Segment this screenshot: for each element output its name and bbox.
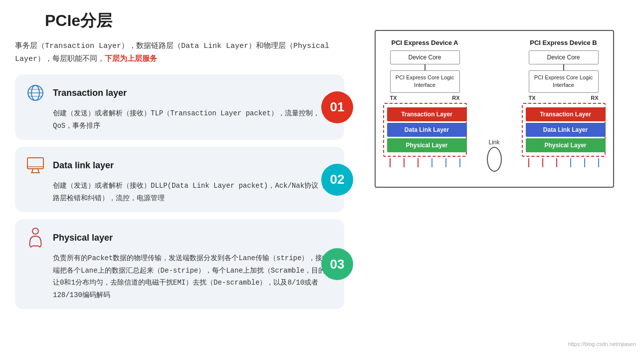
data-link-layer-card: Data link layer 创建（发送）或者解析（接收）DLLP(Data …: [15, 147, 344, 212]
physical-layer-title: Physical layer: [53, 233, 113, 243]
link-oval: [487, 147, 502, 172]
device-a-core: Device Core: [390, 50, 460, 64]
card-number-03: 03: [321, 248, 353, 280]
card-number-02: 02: [321, 164, 353, 196]
globe-icon: [25, 82, 46, 103]
device-b-logic-interface: PCI Express Core Logic Interface: [529, 70, 599, 93]
device-a-title: PCI Express Device A: [392, 39, 458, 46]
device-b-transaction-layer: Transaction Layer: [526, 107, 606, 121]
device-b-title: PCI Express Device B: [530, 39, 597, 46]
intro-text: 事务层（Transaction Layer），数据链路层（Data Link L…: [15, 40, 344, 65]
svg-point-10: [32, 228, 38, 234]
device-a-tx-label: TX: [390, 95, 397, 101]
footer-url: https://blog.csdn.net/njiasen: [568, 341, 636, 347]
data-link-layer-title: Data link layer: [53, 160, 114, 171]
device-a-rx-label: RX: [452, 95, 459, 101]
transaction-layer-body: 创建（发送）或者解析（接收）TLP（Transaction Layer pack…: [25, 107, 334, 132]
right-panel: PCI Express Device A Device Core PCI Exp…: [359, 10, 629, 316]
device-b-rx-label: RX: [591, 95, 598, 101]
card-header-datalink: Data link layer: [25, 155, 334, 176]
physical-layer-body: 负责所有的Packet数据的物理传输，发送端数据分发到各个Lane传输（stri…: [25, 252, 334, 301]
link-area: Link: [482, 39, 507, 177]
physical-layer-card: Physical layer 负责所有的Packet数据的物理传输，发送端数据分…: [15, 219, 344, 309]
card-header-transaction: Transaction layer: [25, 82, 334, 103]
intro-red-text: 下层为上层服务: [105, 55, 157, 63]
page-container: PCIe分层 事务层（Transaction Layer），数据链路层（Data…: [0, 0, 644, 326]
device-b-core: Device Core: [529, 50, 599, 64]
device-a-transaction-layer: Transaction Layer: [387, 107, 467, 121]
person-icon: [25, 227, 46, 248]
pcie-diagram: PCI Express Device A Device Core PCI Exp…: [375, 30, 614, 188]
device-a-tx-rx: TX RX: [385, 95, 465, 101]
left-panel: PCIe分层 事务层（Transaction Layer），数据链路层（Data…: [15, 10, 344, 316]
diagram-row: PCI Express Device A Device Core PCI Exp…: [386, 39, 603, 177]
intro-main-text: 事务层（Transaction Layer），数据链路层（Data Link L…: [15, 42, 329, 63]
device-b-column: PCI Express Device B Device Core PCI Exp…: [522, 39, 606, 177]
transaction-layer-title: Transaction layer: [53, 88, 127, 98]
link-label: Link: [488, 139, 499, 146]
svg-line-6: [32, 169, 33, 173]
data-link-layer-body: 创建（发送）或者解析（接收）DLLP(Data Link Layer packe…: [25, 180, 334, 204]
card-header-physical: Physical layer: [25, 227, 334, 248]
device-a-data-link-layer: Data Link Layer: [387, 123, 467, 137]
device-a-column: PCI Express Device A Device Core PCI Exp…: [383, 39, 467, 177]
device-b-data-link-layer: Data Link Layer: [526, 123, 606, 137]
device-b-tx-label: TX: [529, 95, 536, 101]
svg-line-7: [38, 169, 39, 173]
device-a-physical-layer: Physical Layer: [387, 138, 467, 152]
transaction-layer-card: Transaction layer 创建（发送）或者解析（接收）TLP（Tran…: [15, 74, 344, 140]
monitor-icon: [25, 155, 46, 176]
device-b-physical-layer: Physical Layer: [526, 138, 606, 152]
device-b-tx-rx: TX RX: [524, 95, 604, 101]
page-title: PCIe分层: [45, 10, 344, 32]
card-number-01: 01: [321, 91, 353, 123]
device-a-logic-interface: PCI Express Core Logic Interface: [390, 70, 460, 93]
